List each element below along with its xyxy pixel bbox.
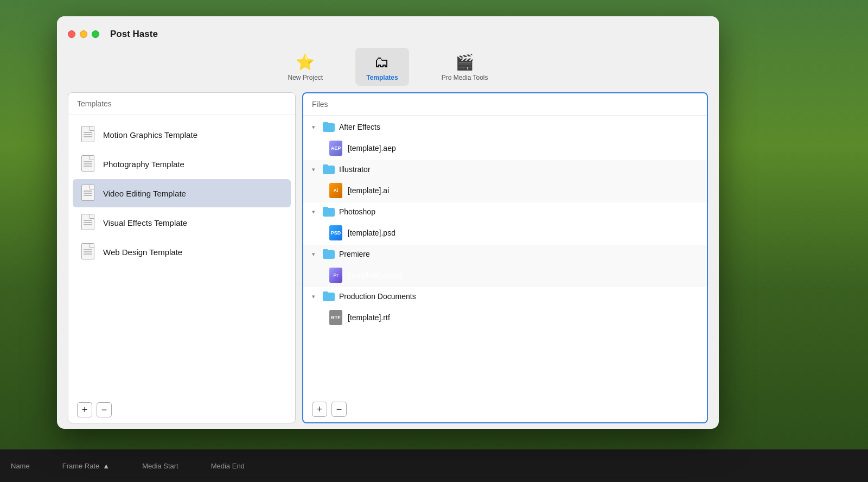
fullscreen-button[interactable] [92,30,99,38]
file-icon-ai: Ai [329,183,342,198]
left-panel: Templates Motion Graphics Template [68,92,296,423]
left-panel-header: Templates [68,93,295,115]
file-row-ai[interactable]: Ai [template].ai [303,179,707,202]
doc-icon-video-editing [81,185,97,202]
file-name-psd: [template].psd [348,229,395,237]
file-icon-pr: Pr [329,268,342,283]
template-list: Motion Graphics Template Photography Tem… [68,115,295,397]
template-name-photography: Photography Template [103,160,184,169]
file-icon-ae: AEP [329,141,342,156]
traffic-lights [68,30,99,38]
doc-icon-photography [81,155,97,173]
new-project-label: New Project [288,74,323,81]
folder-name-photoshop: Photoshop [339,207,375,216]
remove-file-button[interactable]: − [331,402,347,417]
file-name-rtf: [template].rtf [348,313,390,322]
right-panel: Files ▾ After Effects AEP [template].aep [302,92,708,423]
left-panel-footer: + − [68,397,295,423]
folder-icon-after-effects [323,122,335,132]
pro-media-tools-label: Pro Media Tools [442,74,488,81]
chevron-premiere-icon: ▾ [312,251,318,257]
toolbar-item-pro-media-tools[interactable]: 🎬 Pro Media Tools [431,48,499,86]
folder-row-illustrator[interactable]: ▾ Illustrator [303,160,707,179]
right-panel-footer: + − [303,396,707,422]
chevron-production-documents-icon: ▾ [312,293,318,300]
template-item-photography[interactable]: Photography Template [73,150,291,178]
add-file-button[interactable]: + [312,402,327,417]
col-mediaend: Media End [211,462,245,470]
col-mediastart: Media Start [142,462,178,470]
folder-icon-photoshop [323,207,335,217]
folder-row-premiere[interactable]: ▾ Premiere [303,245,707,263]
file-icon-psd: PSD [329,225,342,240]
template-name-video-editing: Video Editing Template [103,189,186,198]
minimize-button[interactable] [80,30,87,38]
toolbar-item-templates[interactable]: 🗂 Templates [355,48,409,86]
pro-media-tools-icon: 🎬 [455,52,475,72]
doc-icon-visual-effects [81,214,97,231]
col-name-label: Name [11,462,30,470]
app-title: Post Haste [110,29,708,40]
folder-name-premiere: Premiere [339,250,370,258]
file-icon-rtf: RTF [329,310,342,325]
col-mediastart-label: Media Start [142,462,178,470]
chevron-illustrator-icon: ▾ [312,166,318,173]
chevron-photoshop-icon: ▾ [312,208,318,215]
template-item-motion-graphics[interactable]: Motion Graphics Template [73,120,291,149]
folder-icon-production-documents [323,291,335,301]
folder-name-production-documents: Production Documents [339,292,416,301]
folder-row-after-effects[interactable]: ▾ After Effects [303,118,707,136]
files-list: ▾ After Effects AEP [template].aep ▾ [303,116,707,396]
template-name-visual-effects: Visual Effects Template [103,218,187,227]
template-item-web-design[interactable]: Web Design Template [73,238,291,266]
titlebar: Post Haste [57,16,719,43]
folder-icon-illustrator [323,164,335,174]
folder-icon-premiere [323,249,335,259]
content-area: Templates Motion Graphics Template [57,92,719,429]
template-name-motion-graphics: Motion Graphics Template [103,130,197,139]
folder-name-after-effects: After Effects [339,123,380,131]
file-name-aep: [template].aep [348,144,396,153]
new-project-icon: ⭐ [296,52,315,72]
col-name: Name [11,462,30,470]
templates-label: Templates [366,74,398,81]
bottom-bar: Name Frame Rate ▲ Media Start Media End [0,449,868,482]
file-row-rtf[interactable]: RTF [template].rtf [303,306,707,329]
folder-row-production-documents[interactable]: ▾ Production Documents [303,287,707,306]
remove-template-button[interactable]: − [97,402,112,417]
sort-arrow-icon: ▲ [103,462,110,470]
close-button[interactable] [68,30,75,38]
toolbar-item-new-project[interactable]: ⭐ New Project [277,48,334,86]
add-template-button[interactable]: + [77,402,92,417]
template-item-video-editing[interactable]: Video Editing Template [73,179,291,207]
template-name-web-design: Web Design Template [103,248,182,257]
col-mediaend-label: Media End [211,462,245,470]
templates-icon: 🗂 [372,52,392,72]
template-item-visual-effects[interactable]: Visual Effects Template [73,208,291,237]
file-name-ai: [template].ai [348,186,389,195]
folder-row-photoshop[interactable]: ▾ Photoshop [303,202,707,221]
files-header: Files [303,93,707,116]
file-row-prproj[interactable]: Pr [template].prproj [303,263,707,287]
chevron-after-effects-icon: ▾ [312,124,318,130]
folder-name-illustrator: Illustrator [339,165,371,174]
file-row-psd[interactable]: PSD [template].psd [303,221,707,245]
doc-icon-web-design [81,243,97,261]
main-window: Post Haste ⭐ New Project 🗂 Templates 🎬 P… [57,16,719,429]
col-framerate-label: Frame Rate [62,462,100,470]
file-name-prproj: [template].prproj [348,271,403,280]
file-row-aep[interactable]: AEP [template].aep [303,136,707,160]
col-framerate: Frame Rate ▲ [62,462,110,470]
toolbar: ⭐ New Project 🗂 Templates 🎬 Pro Media To… [57,43,719,92]
doc-icon-motion-graphics [81,126,97,143]
